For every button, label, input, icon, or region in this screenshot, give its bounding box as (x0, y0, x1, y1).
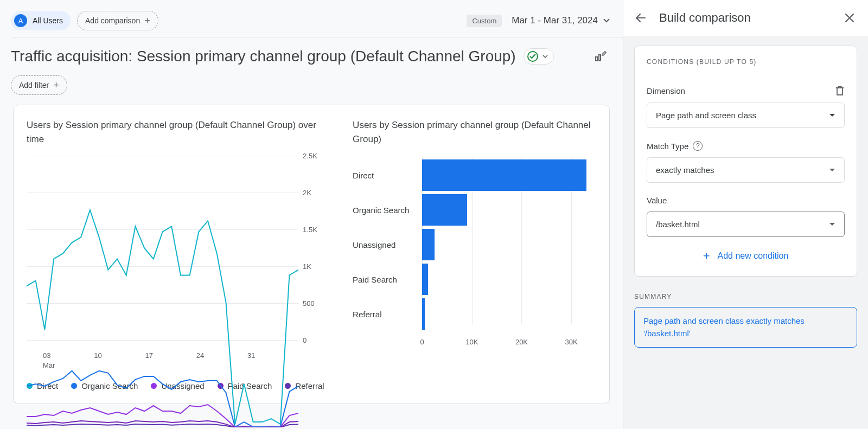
match-type-value: exactly matches (656, 165, 714, 175)
value-label: Value (647, 196, 667, 205)
back-button[interactable] (634, 11, 647, 24)
all-users-label: All Users (33, 16, 63, 25)
chevron-down-icon (829, 222, 835, 227)
summary-label: SUMMARY (634, 293, 857, 300)
chevron-down-icon (542, 55, 548, 58)
line-chart[interactable]: 05001K1.5K2K2.5K 0310172431 Mar (27, 156, 331, 356)
plus-icon: + (53, 80, 59, 90)
chevron-down-icon (829, 168, 835, 172)
chevron-down-icon (829, 113, 835, 118)
add-new-condition-label: Add new condition (718, 251, 789, 261)
page-title: Traffic acquisition: Session primary cha… (11, 48, 516, 65)
add-comparison-button[interactable]: Add comparison + (77, 11, 158, 30)
customize-report-button[interactable] (591, 47, 610, 66)
match-type-label: Match Type ? (647, 141, 703, 151)
svg-rect-1 (599, 55, 601, 61)
svg-rect-0 (596, 57, 597, 61)
close-icon (844, 12, 855, 23)
date-range-picker[interactable]: Mar 1 - Mar 31, 2024 (512, 15, 610, 26)
conditions-header: CONDITIONS (BUILD UP TO 5) (647, 58, 845, 66)
legend-label: Referral (295, 381, 324, 390)
date-range-text: Mar 1 - Mar 31, 2024 (512, 15, 598, 26)
plus-icon: + (144, 16, 150, 25)
bar-chart[interactable]: DirectOrganic SearchUnassignedPaid Searc… (353, 156, 596, 340)
value-value: /basket.html (656, 220, 700, 229)
add-new-condition-button[interactable]: + Add new condition (647, 242, 845, 264)
data-quality-button[interactable] (524, 48, 554, 65)
dimension-value: Page path and screen class (656, 111, 756, 120)
all-users-avatar: A (14, 14, 27, 27)
line-chart-title: Users by Session primary channel group (… (27, 118, 331, 146)
add-comparison-label: Add comparison (85, 16, 140, 25)
date-custom-badge: Custom (467, 15, 502, 27)
add-filter-button[interactable]: Add filter + (11, 75, 67, 95)
add-filter-label: Add filter (19, 81, 49, 89)
conditions-card: CONDITIONS (BUILD UP TO 5) Dimension Pag… (634, 46, 857, 277)
value-select[interactable]: /basket.html (647, 212, 845, 237)
help-icon[interactable]: ? (693, 141, 703, 151)
top-bar: A All Users Add comparison + Custom Mar … (0, 0, 623, 37)
dimension-select[interactable]: Page path and screen class (647, 103, 845, 128)
all-users-chip[interactable]: A All Users (11, 11, 71, 30)
trash-icon (835, 85, 845, 96)
arrow-left-icon (634, 11, 647, 24)
dimension-label: Dimension (647, 86, 685, 95)
chevron-down-icon (603, 18, 610, 23)
match-type-select[interactable]: exactly matches (647, 157, 845, 183)
build-comparison-panel: Build comparison CONDITIONS (BUILD UP TO… (623, 0, 868, 429)
bar-chart-pencil-icon (594, 50, 607, 63)
check-circle-icon (527, 51, 538, 62)
panel-title: Build comparison (659, 11, 832, 25)
close-button[interactable] (844, 12, 855, 23)
charts-card: Users by Session primary channel group (… (13, 105, 610, 404)
plus-icon: + (703, 250, 710, 262)
bar-chart-title: Users by Session primary channel group (… (353, 118, 596, 146)
delete-condition-button[interactable] (835, 85, 845, 96)
summary-pill[interactable]: Page path and screen class exactly match… (634, 307, 857, 348)
